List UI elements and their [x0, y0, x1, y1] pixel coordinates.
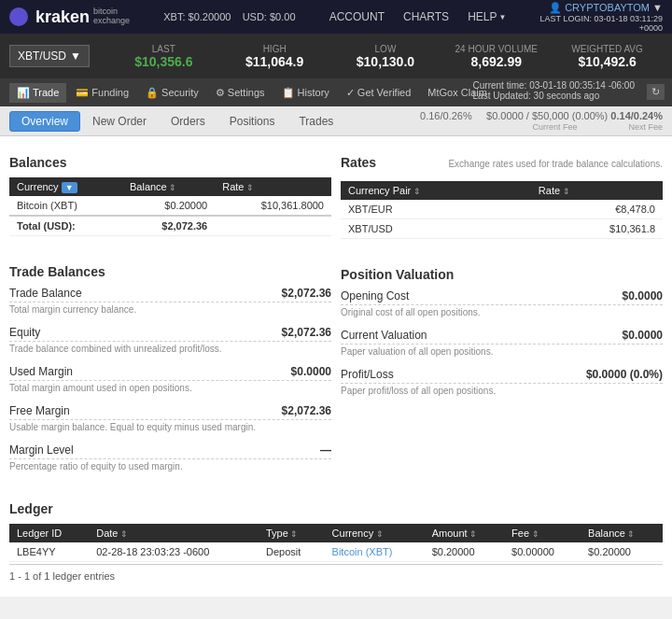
main-content: Balances Currency ▼ Balance Rate Bitcoin… — [0, 136, 672, 597]
ledger-table: Ledger ID Date Type Currency Amount Fee … — [9, 524, 663, 562]
help-dropdown-arrow: ▼ — [498, 13, 506, 21]
trade-balance-value: $2,072.36 — [282, 404, 331, 417]
trade-balance-items: Trade Balance $2,072.36 Total margin cur… — [9, 287, 331, 471]
help-link[interactable]: HELP ▼ — [468, 10, 506, 23]
ledger-col-amount[interactable]: Amount — [425, 524, 504, 542]
ledger-balance: $0.20000 — [581, 542, 663, 562]
timezone: +0000 — [540, 23, 663, 33]
verify-icon: ✓ — [346, 87, 355, 99]
tab-positions[interactable]: Positions — [217, 111, 287, 132]
nav-history[interactable]: 📋 History — [274, 83, 337, 103]
position-valuation-title: Position Valuation — [341, 267, 663, 282]
trade-icon: 📊 — [17, 87, 30, 99]
secondary-navigation: 📊 Trade 💳 Funding 🔒 Security ⚙ Settings … — [0, 78, 672, 106]
trade-balance-value: $2,072.36 — [282, 326, 331, 339]
position-item-value: $0.0000 (0.0%) — [586, 368, 663, 381]
overview-two-col: Balances Currency ▼ Balance Rate Bitcoin… — [9, 146, 663, 483]
tab-overview[interactable]: Overview — [9, 111, 80, 132]
last-updated-value: 30 seconds ago — [534, 91, 600, 101]
position-item-name: Current Valuation — [341, 329, 427, 342]
user-area: 👤 CRYPTOBAYTOM ▼ LAST LOGIN: 03-01-18 03… — [540, 2, 663, 33]
last-updated-label: Last Updated: — [473, 91, 531, 101]
col-balance-header[interactable]: Balance — [122, 177, 215, 196]
rate-usd: $10,361.8 — [531, 219, 663, 239]
tab-trades[interactable]: Trades — [287, 111, 345, 132]
top-navigation: kraken bitcoin exchange XBT: $0.20000 US… — [0, 0, 672, 34]
ledger-col-id: Ledger ID — [9, 524, 89, 542]
position-item-name: Opening Cost — [341, 289, 409, 302]
logo-subtitle: bitcoin exchange — [93, 7, 130, 26]
last-value: $10,356.6 — [134, 54, 192, 69]
high-label: HIGH — [263, 44, 287, 54]
rate-row-usd: XBT/USD $10,361.8 — [341, 219, 663, 239]
ledger-amount: $0.20000 — [425, 542, 504, 562]
position-valuation-item: Current Valuation $0.0000 Paper valuatio… — [341, 329, 663, 357]
right-column: Rates Exchange rates used for trade bala… — [341, 146, 663, 483]
left-column: Balances Currency ▼ Balance Rate Bitcoin… — [9, 146, 331, 483]
refresh-button[interactable]: ↻ — [647, 84, 665, 100]
position-valuation-item: Opening Cost $0.0000 Original cost of al… — [341, 289, 663, 317]
position-item-value: $0.0000 — [623, 289, 663, 302]
low-price-col: LOW $10,130.0 — [330, 44, 441, 69]
pair-selector[interactable]: XBT/USD ▼ — [9, 45, 90, 67]
nav-links: ACCOUNT CHARTS HELP ▼ — [329, 10, 507, 23]
trade-balance-desc: Percentage ratio of equity to used margi… — [9, 461, 331, 471]
next-fee-sublabel: Next Fee — [628, 122, 663, 132]
trade-balance-item: Trade Balance $2,072.36 Total margin cur… — [9, 287, 331, 315]
logo: kraken bitcoin exchange — [9, 7, 130, 27]
trade-balance-desc: Usable margin balance. Equal to equity m… — [9, 422, 331, 432]
col-rate-header[interactable]: Rate — [215, 177, 331, 196]
trade-balance-name: Used Margin — [9, 365, 73, 378]
trade-balance-name: Free Margin — [9, 404, 70, 417]
nav-get-verified[interactable]: ✓ Get Verified — [339, 83, 418, 103]
fee-info: 0.16/0.26% $0.0000 / $50,000 (0.00%) 0.1… — [420, 110, 663, 132]
low-value: $10,130.0 — [357, 54, 414, 69]
position-item-desc: Paper profit/loss of all open positions. — [341, 386, 663, 396]
pair-dropdown-arrow: ▼ — [70, 49, 81, 63]
currency-filter-icon[interactable]: ▼ — [62, 182, 77, 193]
ledger-col-fee[interactable]: Fee — [504, 524, 581, 542]
current-time-label: Current time: — [473, 80, 527, 91]
col-rate-header-rates[interactable]: Rate — [531, 181, 663, 200]
high-value: $11,064.9 — [245, 54, 303, 69]
volume-label: 24 HOUR VOLUME — [455, 44, 538, 54]
nav-funding[interactable]: 💳 Funding — [68, 83, 136, 103]
low-label: LOW — [375, 44, 397, 54]
trade-balance-item: Used Margin $0.0000 Total margin amount … — [9, 365, 331, 393]
price-bar: XBT/USD ▼ LAST $10,356.6 HIGH $11,064.9 … — [0, 34, 672, 78]
charts-link[interactable]: CHARTS — [403, 10, 449, 23]
ledger-row: LBE4YY 02-28-18 23:03:23 -0600 Deposit B… — [9, 542, 663, 562]
time-area: Current time: 03-01-18 00:35:14 -06:00 L… — [473, 80, 635, 101]
current-fee-sublabel: Current Fee — [532, 122, 577, 132]
balance-row-btc: Bitcoin (XBT) $0.20000 $10,361.8000 — [9, 196, 331, 216]
ledger-col-balance[interactable]: Balance — [581, 524, 663, 542]
wavg-value: $10,492.6 — [578, 54, 636, 69]
position-item-desc: Original cost of all open positions. — [341, 307, 663, 317]
funding-icon: 💳 — [76, 87, 89, 99]
current-time-value: 03-01-18 00:35:14 -06:00 — [529, 80, 635, 91]
col-pair-header[interactable]: Currency Pair — [341, 181, 531, 200]
kraken-icon — [9, 7, 28, 26]
ledger-col-currency[interactable]: Currency — [325, 524, 425, 542]
position-item-desc: Paper valuation of all open positions. — [341, 346, 663, 357]
tab-new-order[interactable]: New Order — [80, 111, 159, 132]
username[interactable]: CRYPTOBAYTOM — [565, 2, 650, 13]
ledger-col-date[interactable]: Date — [89, 524, 259, 542]
balances-title: Balances — [9, 155, 331, 170]
nav-security[interactable]: 🔒 Security — [138, 83, 206, 103]
history-icon: 📋 — [282, 87, 295, 99]
trade-balance-value: $0.0000 — [291, 365, 331, 378]
sub-tabs: Overview New Order Orders Positions Trad… — [0, 106, 672, 136]
rate-eur: €8,478.0 — [531, 200, 663, 219]
ledger-title: Ledger — [9, 501, 663, 516]
nav-settings[interactable]: ⚙ Settings — [208, 83, 273, 103]
ledger-section: Ledger Ledger ID Date Type Currency Amou… — [9, 501, 663, 587]
ledger-col-type[interactable]: Type — [259, 524, 325, 542]
balances-table: Currency ▼ Balance Rate Bitcoin (XBT) $0… — [9, 177, 331, 236]
high-price-col: HIGH $11,064.9 — [219, 44, 330, 69]
account-link[interactable]: ACCOUNT — [329, 10, 385, 23]
last-login: LAST LOGIN: 03-01-18 03:11:29 — [540, 14, 663, 23]
nav-trade[interactable]: 📊 Trade — [9, 83, 66, 103]
trade-balance-item: Equity $2,072.36 Trade balance combined … — [9, 326, 331, 354]
tab-orders[interactable]: Orders — [159, 111, 217, 132]
